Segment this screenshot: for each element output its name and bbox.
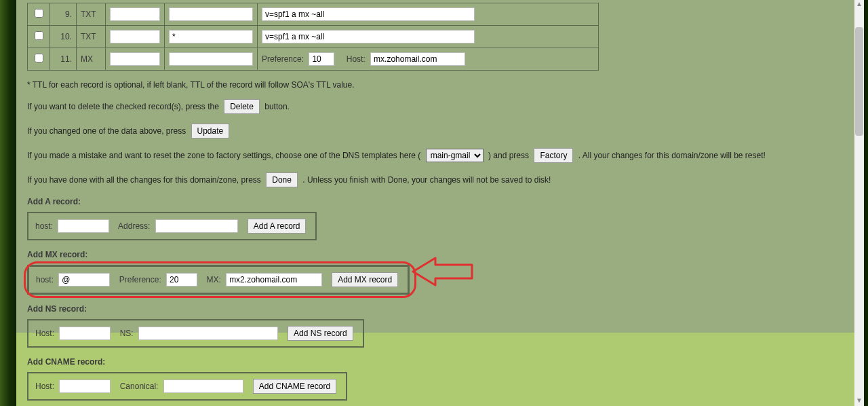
add-mx-highlight: host: Preference: MX: Add MX record [27,265,410,295]
row-value-input[interactable] [262,30,475,43]
factory-button[interactable]: Factory [534,148,573,163]
row-field-b[interactable] [169,30,253,43]
row-field-b[interactable] [169,52,253,66]
ns-host-label: Host: [35,329,54,338]
scrollbar[interactable]: ▲ ▼ [854,0,864,406]
factory-note-post: . All your changes for this domain/zone … [578,151,766,160]
row-checkbox[interactable] [35,54,43,62]
mx-host-label: host: [36,275,54,284]
a-host-input[interactable] [58,219,109,233]
table-row: 10. TXT [28,26,599,48]
delete-note-pre: If you want to delete the checked record… [27,102,219,111]
row-field-a[interactable] [110,52,160,66]
ns-ns-input[interactable] [138,327,278,340]
add-cname-title: Add CNAME record: [27,357,844,367]
add-ns-title: Add NS record: [27,304,844,314]
dns-records-table: 9. TXT 10. TXT 11. MX [27,3,599,71]
scroll-down-icon[interactable]: ▼ [854,396,864,406]
row-field-b[interactable] [169,7,253,21]
row-field-a[interactable] [110,7,160,21]
template-select[interactable]: main-gmail [426,149,484,162]
row-type: MX [77,48,106,71]
cname-canon-input[interactable] [163,380,243,393]
ns-host-input[interactable] [59,327,111,340]
mx-host-label: Host: [347,54,366,64]
cname-host-input[interactable] [59,380,111,393]
add-a-title: Add A record: [27,197,844,206]
a-address-input[interactable] [155,219,238,233]
add-cname-form: Host: Canonical: Add CNAME record [27,372,347,401]
mx-pref-label: Preference: [119,275,161,284]
mx-mx-label: MX: [206,275,220,284]
add-ns-button[interactable]: Add NS record [288,326,353,341]
mx-mx-input[interactable] [226,273,322,287]
done-button[interactable]: Done [266,172,298,187]
mx-pref-input[interactable] [309,52,334,66]
table-row: 11. MX Preference: Host: [28,48,599,71]
mx-host-input[interactable] [370,52,465,66]
row-field-a[interactable] [110,30,160,43]
add-cname-button[interactable]: Add CNAME record [253,379,336,394]
done-note-pre: If you have done with all the changes fo… [27,175,261,185]
row-index: 9. [50,3,77,26]
cname-host-label: Host: [35,382,54,391]
right-border [864,0,868,406]
scroll-up-icon[interactable]: ▲ [854,0,864,10]
row-checkbox[interactable] [35,9,43,18]
ns-ns-label: NS: [120,329,134,338]
factory-note-mid: ) and press [488,151,529,160]
delete-note-post: button. [264,102,290,111]
page: 9. TXT 10. TXT 11. MX [16,0,854,406]
arrow-annotation-icon [410,254,477,289]
cname-canon-label: Canonical: [120,382,159,391]
update-note-pre: If you changed one of the data above, pr… [27,126,186,136]
add-a-button[interactable]: Add A record [248,219,307,234]
add-mx-button[interactable]: Add MX record [332,272,398,287]
scroll-thumb[interactable] [855,27,863,136]
row-checkbox[interactable] [35,31,43,40]
done-note-post: . Unless you finish with Done, your chan… [302,175,551,185]
row-type: TXT [77,26,106,48]
delete-button[interactable]: Delete [224,99,260,114]
a-host-label: host: [35,221,53,231]
row-value-input[interactable] [262,7,475,21]
add-a-form: host: Address: Add A record [27,212,317,240]
row-index: 10. [50,26,77,48]
table-row: 9. TXT [28,3,599,26]
add-ns-form: Host: NS: Add NS record [27,319,364,348]
add-mx-form: host: Preference: MX: Add MX record [27,265,410,295]
a-address-label: Address: [118,221,150,231]
mx-host-input[interactable] [58,273,110,287]
update-button[interactable]: Update [191,124,230,139]
row-index: 11. [50,48,77,71]
mx-pref-input[interactable] [166,273,197,287]
left-border [0,0,16,406]
mx-pref-label: Preference: [262,54,304,64]
row-type: TXT [77,3,106,26]
ttl-note: * TTL for each record is optional, if le… [27,80,844,90]
factory-note-pre: If you made a mistake and want to reset … [27,151,420,160]
